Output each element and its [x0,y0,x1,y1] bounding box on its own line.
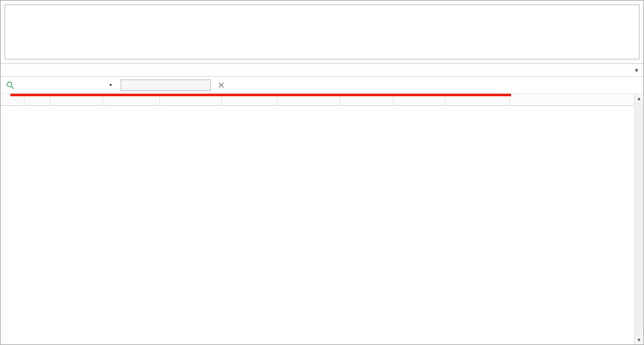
scroll-down-icon[interactable]: ▾ [635,335,643,344]
scope-dropdown[interactable]: ▼ [25,79,116,91]
col-filler [509,94,643,105]
col-object[interactable] [221,94,277,105]
search-icon [6,81,15,90]
search-input[interactable] [121,79,211,91]
col-instance[interactable] [340,94,393,105]
vertical-scrollbar[interactable]: ▴ ▾ [634,94,643,344]
svg-line-1 [12,86,14,89]
col-path[interactable] [50,94,103,105]
col-show[interactable] [1,94,24,105]
legend-header[interactable]: ▾ [1,64,643,77]
col-scale[interactable] [393,94,445,105]
counter-table-wrap: ▴ ▾ [1,94,643,344]
chart-grid [37,6,636,43]
table-header-row [1,94,643,105]
col-rule[interactable] [159,94,221,105]
app-window: ▾ ▼ ✕ [0,0,644,345]
counter-table [1,94,643,106]
chevron-down-icon: ▼ [108,83,113,87]
chevron-down-icon: ▾ [635,67,638,74]
clear-icon[interactable]: ✕ [216,80,226,90]
chart-y-axis [5,6,36,43]
col-baseline[interactable] [445,94,509,105]
col-target[interactable] [103,94,159,105]
col-color[interactable] [24,94,50,105]
look-for-bar: ▼ ✕ [1,77,643,94]
col-counter[interactable] [277,94,340,105]
scroll-up-icon[interactable]: ▴ [635,94,643,103]
performance-panel [1,1,643,64]
chart-x-axis [37,43,636,58]
performance-chart[interactable] [5,5,639,59]
svg-point-0 [7,82,12,87]
performance-title [1,2,643,3]
